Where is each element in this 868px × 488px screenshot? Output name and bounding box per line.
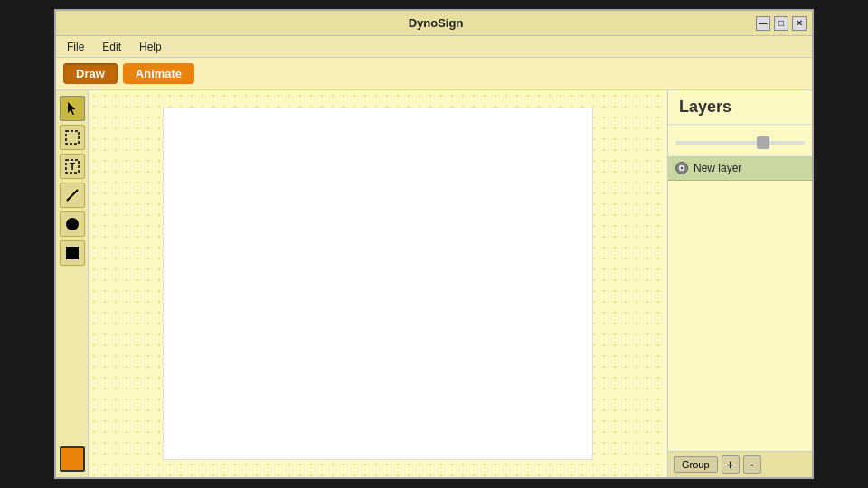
- circle-icon: [64, 216, 80, 232]
- draw-button[interactable]: Draw: [63, 63, 118, 84]
- toolbar: Draw Animate: [56, 58, 812, 90]
- select-tool[interactable]: [60, 96, 85, 121]
- group-button[interactable]: Group: [674, 456, 718, 473]
- restore-button[interactable]: □: [774, 16, 788, 31]
- layers-list: New layer: [668, 156, 812, 451]
- rect-select-tool[interactable]: [60, 125, 85, 150]
- square-tool[interactable]: [60, 240, 85, 266]
- main-content: T: [56, 90, 812, 477]
- menu-help[interactable]: Help: [136, 39, 165, 55]
- svg-rect-0: [66, 131, 79, 144]
- svg-point-4: [66, 218, 79, 230]
- animate-button[interactable]: Animate: [123, 63, 194, 84]
- layers-slider[interactable]: [675, 141, 805, 145]
- layers-footer: Group + -: [668, 451, 812, 477]
- svg-line-3: [67, 190, 78, 201]
- menu-file[interactable]: File: [63, 39, 88, 55]
- layer-item[interactable]: New layer: [668, 156, 812, 181]
- color-swatch[interactable]: [60, 446, 85, 472]
- circle-tool[interactable]: [60, 211, 85, 237]
- add-layer-button[interactable]: +: [722, 455, 740, 474]
- window-controls: — □ ✕: [756, 16, 807, 31]
- app-window: DynoSign — □ ✕ File Edit Help Draw Anima…: [54, 9, 814, 479]
- line-tool[interactable]: [60, 183, 85, 208]
- app-title: DynoSign: [116, 16, 756, 30]
- remove-layer-button[interactable]: -: [743, 455, 761, 474]
- canvas-area[interactable]: [89, 90, 667, 477]
- layer-visibility-icon[interactable]: [675, 162, 688, 174]
- rect-select-icon: [64, 129, 80, 145]
- minimize-button[interactable]: —: [756, 16, 770, 31]
- svg-point-7: [681, 167, 684, 170]
- text-tool[interactable]: T: [60, 154, 85, 179]
- line-icon: [64, 187, 80, 203]
- layers-panel: Layers New layer Group: [667, 90, 812, 477]
- layers-slider-area: [668, 125, 812, 156]
- layers-buttons: Group + -: [668, 452, 812, 477]
- svg-text:T: T: [69, 162, 74, 172]
- square-icon: [64, 245, 80, 261]
- layers-title: Layers: [668, 90, 812, 125]
- title-bar: DynoSign — □ ✕: [56, 11, 812, 36]
- layer-name: New layer: [693, 162, 741, 174]
- canvas[interactable]: [163, 108, 593, 460]
- text-icon: T: [64, 158, 80, 174]
- svg-rect-5: [66, 247, 79, 259]
- left-toolbar: T: [56, 90, 89, 477]
- close-button[interactable]: ✕: [792, 16, 807, 31]
- menu-edit[interactable]: Edit: [99, 39, 125, 55]
- cursor-icon: [64, 100, 80, 117]
- menu-bar: File Edit Help: [56, 36, 812, 58]
